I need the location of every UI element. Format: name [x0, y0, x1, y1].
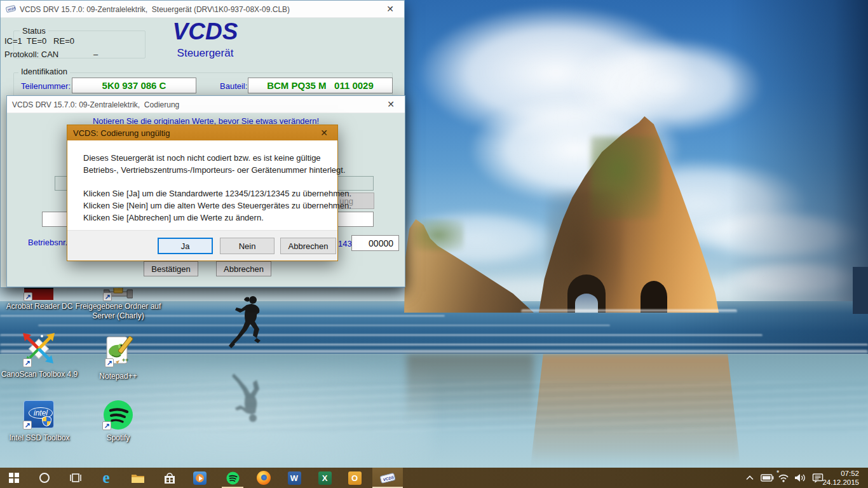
- main-window-titlebar[interactable]: VCDS VCDS DRV 15.7.0: 09-Zentralelektrik…: [1, 1, 404, 18]
- shortcut-arrow-icon: ↗: [23, 421, 32, 430]
- wifi-alert-badge: *: [776, 469, 779, 477]
- rock-far: [853, 267, 868, 314]
- geraetenr-input[interactable]: 00000: [351, 235, 399, 251]
- edge-button[interactable]: e: [92, 468, 120, 488]
- cancel-button[interactable]: Abbrechen: [216, 261, 271, 276]
- betriebsnr-label: Betriebsnr.: [28, 238, 67, 247]
- clock-date: 24.12.2015: [822, 478, 859, 487]
- word-icon: W: [288, 471, 301, 485]
- rock-vegetation: [413, 219, 464, 251]
- desktop-icon-label: Notepad++: [71, 372, 166, 381]
- dialog-text-line: Betriebs-, Vertriebszentrums-/Importeurs…: [83, 165, 346, 175]
- teilenummer-label: Teilenummer:: [21, 81, 71, 91]
- close-icon[interactable]: ✕: [377, 96, 405, 112]
- sea-foam: [0, 315, 445, 317]
- taskbar-outlook-button[interactable]: O: [341, 468, 369, 488]
- store-bag-icon: [163, 472, 176, 484]
- coding-invalid-dialog: VCDS: Codierung ungültig ✕ Dieses Steuer…: [67, 125, 338, 261]
- main-window-title: VCDS DRV 15.7.0: 09-Zentralelektrik, Ste…: [20, 5, 290, 14]
- bauteil-value: BCM PQ35 M 011 0029: [248, 78, 392, 93]
- desktop-icon-label: Freigegebene Ordner auf Server (Charly): [71, 302, 166, 321]
- firefox-icon: [257, 471, 271, 485]
- tray-chevron-icon[interactable]: [742, 468, 757, 488]
- taskbar-firefox-button[interactable]: [250, 468, 278, 488]
- status-counters: IC=1 TE=0 RE=0: [4, 36, 74, 46]
- shortcut-arrow-icon: ↗: [24, 292, 32, 301]
- taskbar: e: [0, 468, 868, 488]
- no-button[interactable]: Nein: [220, 238, 275, 254]
- vcds-icon: VCDS: [379, 471, 396, 484]
- vcds-logo-subtitle: Steuergerät: [142, 47, 269, 60]
- bauteil-label: Bauteil:: [220, 81, 247, 91]
- identification-heading: Identifikation: [18, 67, 70, 76]
- start-button[interactable]: [0, 468, 28, 488]
- status-heading: Status: [20, 26, 48, 36]
- shortcut-arrow-icon: ↗: [102, 421, 111, 430]
- excel-icon: X: [318, 471, 332, 485]
- cortana-circle-icon: [39, 472, 50, 484]
- wallpaper-sky-shade: [728, 0, 868, 330]
- tray-battery-icon[interactable]: [759, 468, 775, 488]
- coding-window-title: VCDS DRV 15.7.0: 09-Zentralelektrik, Cod…: [12, 100, 179, 109]
- runner-reflection: [227, 361, 273, 424]
- status-dash: –: [93, 50, 98, 59]
- dialog-text-line: Klicken Sie [Abbrechen] um die Werte zu …: [83, 213, 264, 222]
- outlook-icon: O: [348, 471, 362, 485]
- taskbar-clock[interactable]: 07:52 24.12.2015: [822, 469, 859, 487]
- close-icon[interactable]: ✕: [376, 1, 404, 17]
- dialog-text-line: Klicken Sie [Nein] um die alten Werte de…: [83, 201, 351, 210]
- tray-wifi-icon[interactable]: *: [776, 468, 791, 488]
- task-view-button[interactable]: [62, 468, 90, 488]
- media-player-button[interactable]: [186, 468, 214, 488]
- shield-icon: [42, 416, 51, 426]
- shortcut-arrow-icon: ↗: [105, 358, 114, 367]
- dialog-text-line: Dieses Steuergerät ist noch nicht codier…: [83, 153, 321, 163]
- dialog-button-strip: Ja Nein Abbrechen: [67, 230, 337, 261]
- taskbar-spotify-button[interactable]: [219, 468, 247, 488]
- close-icon[interactable]: ✕: [313, 125, 335, 140]
- cortana-button[interactable]: [31, 468, 58, 488]
- shortcut-arrow-icon: ↗: [103, 292, 112, 301]
- vcds-logo: VCDS: [142, 18, 269, 45]
- sea-foam: [38, 325, 610, 327]
- protocol-label: Protokoll: CAN: [4, 50, 58, 59]
- shortcut-arrow-icon: ↗: [23, 358, 32, 367]
- taskbar-excel-button[interactable]: X: [311, 468, 339, 488]
- geraetenr-value: 00000: [352, 236, 398, 250]
- file-explorer-button[interactable]: [124, 468, 152, 488]
- store-button[interactable]: [156, 468, 184, 488]
- media-player-icon: [193, 471, 207, 485]
- rock-arch: [641, 281, 667, 313]
- dialog-titlebar[interactable]: VCDS: Codierung ungültig ✕: [67, 125, 337, 140]
- folder-icon: [131, 473, 145, 484]
- dialog-title: VCDS: Codierung ungültig: [73, 128, 170, 138]
- desktop-icon-label: Spotify: [71, 433, 166, 443]
- tray-volume-icon[interactable]: [792, 468, 808, 488]
- svg-text:++: ++: [122, 357, 129, 363]
- taskbar-word-button[interactable]: W: [280, 468, 308, 488]
- sea-foam: [521, 309, 737, 313]
- yes-button[interactable]: Ja: [158, 238, 213, 254]
- dialog-cancel-button[interactable]: Abbrechen: [280, 238, 336, 254]
- runner-silhouette: [227, 294, 273, 362]
- confirm-button[interactable]: Bestätigen: [144, 261, 198, 276]
- desktop: ↗ Acrobat Reader DC ↗ Freigegebene Ordne…: [0, 0, 868, 488]
- bauteil-field[interactable]: BCM PQ35 M 011 0029: [248, 78, 393, 93]
- coding-window-titlebar[interactable]: VCDS DRV 15.7.0: 09-Zentralelektrik, Cod…: [7, 96, 405, 113]
- teilenummer-field[interactable]: 5K0 937 086 C: [72, 78, 196, 93]
- vcds-app-icon: VCDS: [6, 4, 16, 13]
- teilenummer-value: 5K0 937 086 C: [72, 78, 196, 93]
- dialog-text-line: Klicken Sie [Ja] um die Standardwerte 12…: [83, 189, 351, 198]
- spotify-icon: [226, 471, 240, 485]
- edge-icon: e: [102, 471, 109, 485]
- clock-time: 07:52: [822, 469, 859, 478]
- windows-logo-icon: [9, 473, 19, 483]
- task-view-icon: [69, 473, 82, 483]
- taskbar-vcds-button[interactable]: VCDS: [372, 468, 403, 488]
